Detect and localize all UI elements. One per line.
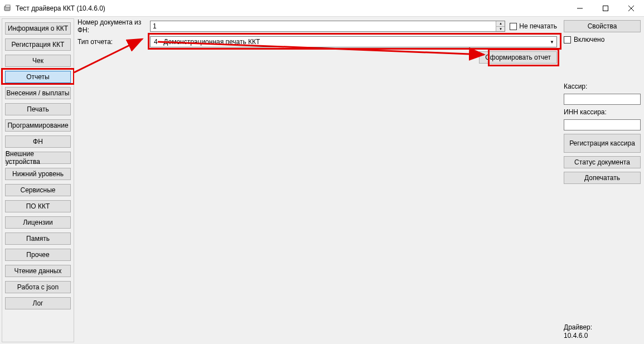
sidebar-item-registration[interactable]: Регистрация ККТ: [5, 38, 71, 51]
window-title: Тест драйвера ККТ (10.4.6.0): [16, 4, 567, 12]
sidebar-item-log[interactable]: Лог: [5, 297, 71, 309]
sidebar-item-service[interactable]: Сервисные: [5, 184, 71, 196]
sidebar-item-print[interactable]: Печать: [5, 103, 71, 115]
report-type-combo[interactable]: 4 - Демонстрационная печать ККТ ▼: [150, 36, 557, 47]
sidebar-item-licenses[interactable]: Лицензии: [5, 216, 71, 229]
cashier-inn-label: ИНН кассира:: [564, 108, 641, 116]
window-controls: [567, 0, 644, 16]
driver-info: Драйвер: 10.4.6.0: [564, 323, 641, 341]
chevron-down-icon: ▼: [550, 40, 554, 45]
sidebar-item-check[interactable]: Чек: [5, 55, 71, 67]
no-print-checkbox[interactable]: [510, 23, 517, 30]
doc-number-spinner[interactable]: ▲ ▼: [496, 21, 505, 31]
sidebar-item-readdata[interactable]: Чтение данных: [5, 265, 71, 277]
close-button[interactable]: [618, 0, 644, 16]
titlebar: Тест драйвера ККТ (10.4.6.0): [0, 0, 644, 17]
properties-button[interactable]: Свойства: [564, 20, 641, 32]
main-panel: Номер документа из ФН: 1 ▲ ▼ Не печатать…: [74, 17, 560, 344]
doc-number-input[interactable]: 1 ▲ ▼: [150, 21, 505, 32]
sidebar-item-firmware[interactable]: ПО ККТ: [5, 200, 71, 212]
generate-report-button[interactable]: Сформировать отчет: [479, 51, 557, 64]
maximize-button[interactable]: [593, 0, 618, 16]
sidebar-item-memory[interactable]: Память: [5, 232, 71, 245]
sidebar-item-other[interactable]: Прочее: [5, 249, 71, 261]
right-panel: Свойства Включено Кассир: ИНН кассира: Р…: [560, 17, 644, 344]
sidebar-item-programming[interactable]: Программирование: [5, 119, 71, 132]
no-print-label: Не печатать: [519, 22, 557, 30]
svg-rect-3: [603, 6, 608, 11]
sidebar: Информация о ККТ Регистрация ККТ Чек Отч…: [2, 18, 74, 342]
cashier-input[interactable]: [564, 94, 641, 105]
spinner-up-icon[interactable]: ▲: [496, 21, 505, 27]
minimize-button[interactable]: [567, 0, 593, 16]
sidebar-item-lowlevel[interactable]: Нижний уровень: [5, 168, 71, 180]
sidebar-item-reports[interactable]: Отчеты: [5, 71, 71, 83]
sidebar-item-json[interactable]: Работа с json: [5, 281, 71, 293]
sidebar-item-external[interactable]: Внешние устройства: [5, 152, 71, 164]
register-cashier-button[interactable]: Регистрация кассира: [564, 134, 641, 153]
sidebar-item-fn[interactable]: ФН: [5, 135, 71, 148]
spinner-down-icon[interactable]: ▼: [496, 27, 505, 32]
doc-status-button[interactable]: Статус документа: [564, 156, 641, 168]
cashier-inn-input[interactable]: [564, 119, 641, 130]
sidebar-item-info[interactable]: Информация о ККТ: [5, 22, 71, 35]
enabled-label: Включено: [574, 36, 604, 43]
sidebar-item-deposits[interactable]: Внесения / выплаты: [5, 87, 71, 99]
doc-number-label: Номер документа из ФН:: [78, 18, 150, 34]
cashier-label: Кассир:: [564, 83, 641, 90]
enabled-checkbox[interactable]: [564, 36, 571, 43]
app-icon: [3, 4, 12, 13]
annotation-arrows: [74, 17, 559, 329]
reprint-button[interactable]: Допечатать: [564, 172, 641, 184]
report-type-label: Тип отчета:: [78, 38, 150, 46]
svg-rect-1: [6, 5, 10, 7]
